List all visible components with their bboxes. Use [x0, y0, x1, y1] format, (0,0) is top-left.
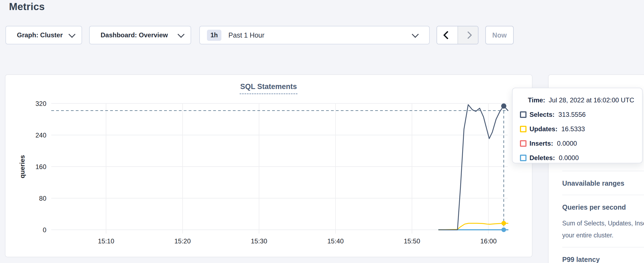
tooltip-row-label: Inserts: [529, 140, 553, 147]
tooltip-row-label: Deletes: [529, 154, 555, 162]
tooltip-row-value: 0.0000 [559, 154, 579, 162]
inserts-swatch-icon [520, 140, 526, 147]
sidebar-section-description-line: your entire cluster. [562, 231, 644, 240]
sidebar-divider [562, 195, 644, 195]
tooltip-time-value: Jul 28, 2022 at 16:02:00 UTC [549, 96, 634, 104]
sidebar-section-title-queries-per-second: Queries per second [562, 203, 644, 212]
next-range-button[interactable] [458, 26, 478, 44]
toolbar: Graph: Cluster Dashboard: Overview 1h Pa… [0, 26, 644, 44]
updates-swatch-icon [520, 126, 526, 132]
tooltip-row-selects: Selects: 313.5556 [520, 111, 636, 118]
sidebar-section-title-p99-latency: P99 latency [562, 255, 644, 263]
tooltip-row-label: Selects: [529, 111, 555, 118]
metrics-page: Metrics Graph: Cluster Dashboard: Overvi… [0, 0, 644, 263]
dashboard-dropdown[interactable]: Dashboard: Overview [89, 26, 191, 44]
deletes-swatch-icon [520, 155, 526, 161]
chevron-right-icon [464, 31, 472, 39]
graph-dropdown[interactable]: Graph: Cluster [5, 26, 82, 44]
chevron-left-icon [443, 31, 452, 39]
chart-title[interactable]: SQL Statements [240, 82, 297, 94]
tooltip-row-updates: Updates: 16.5333 [520, 125, 636, 133]
now-button[interactable]: Now [485, 26, 514, 44]
tooltip-row-value: 16.5333 [561, 125, 585, 133]
tooltip-row-value: 0.0000 [557, 140, 577, 147]
chevron-down-icon [412, 31, 419, 38]
prev-range-button[interactable] [437, 26, 458, 44]
selects-swatch-icon [520, 111, 526, 118]
chart-card [5, 74, 532, 257]
graph-dropdown-label: Graph: Cluster [17, 31, 63, 39]
time-range-label: Past 1 Hour [228, 31, 264, 39]
chevron-down-icon [68, 31, 75, 38]
dashboard-dropdown-label: Dashboard: Overview [101, 31, 168, 39]
tooltip-row-deletes: Deletes: 0.0000 [520, 154, 636, 162]
chart-hover-tooltip: Time:Jul 28, 2022 at 16:02:00 UTC Select… [512, 88, 643, 163]
chevron-down-icon [177, 31, 184, 38]
y-axis-label: queries [19, 155, 26, 178]
tooltip-time-label: Time: [528, 96, 545, 104]
sidebar-divider [562, 247, 644, 247]
tooltip-time-row: Time:Jul 28, 2022 at 16:02:00 UTC [528, 96, 636, 104]
tooltip-row-inserts: Inserts: 0.0000 [520, 140, 636, 147]
tooltip-row-value: 313.5556 [558, 111, 586, 118]
sidebar-section-title-unavailable-ranges: Unavailable ranges [562, 179, 644, 188]
sidebar-section-description-line: Sum of Selects, Updates, Inser [562, 219, 644, 228]
tooltip-row-label: Updates: [529, 125, 558, 133]
sidebar-divider [562, 171, 644, 171]
time-nav-group [437, 26, 479, 44]
time-range-dropdown[interactable]: 1h Past 1 Hour [199, 26, 430, 44]
time-range-badge: 1h [207, 30, 221, 41]
page-title: Metrics [9, 1, 45, 13]
tooltip-series-rows: Selects: 313.5556 Updates: 16.5333 Inser… [520, 111, 636, 162]
